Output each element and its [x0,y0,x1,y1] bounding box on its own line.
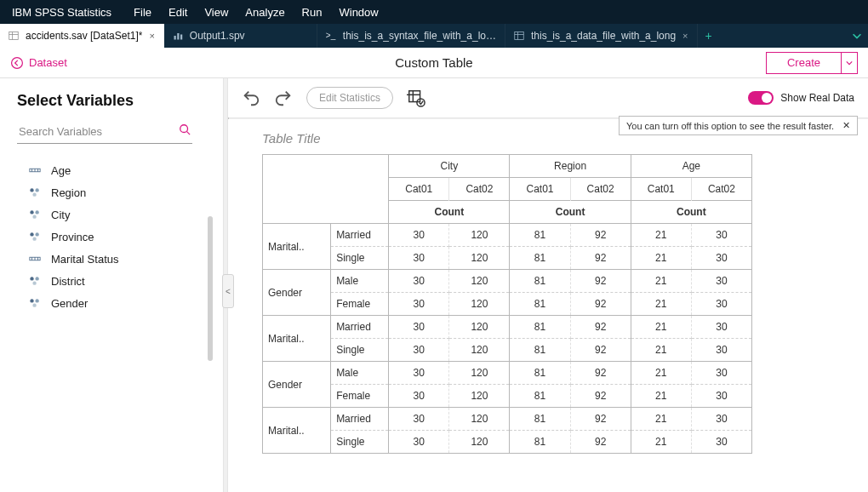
row-sub-label: Male [331,362,389,385]
data-cell: 120 [449,270,510,293]
menu-file[interactable]: File [134,6,151,19]
data-cell: 120 [449,316,510,339]
col-group-header: City [389,155,510,178]
svg-point-23 [35,232,38,236]
data-cell: 30 [389,224,449,247]
data-cell: 81 [510,385,570,408]
row-sub-label: Married [331,408,389,431]
data-cell: 21 [631,431,691,454]
row-sub-label: Female [331,293,389,316]
search-input[interactable] [17,122,192,144]
variable-item[interactable]: Region [29,181,211,203]
search-icon[interactable] [179,123,191,139]
menu-edit[interactable]: Edit [168,6,187,19]
real-data-tip: You can turn off this option to see the … [619,116,858,135]
data-cell: 120 [449,408,510,431]
undo-button[interactable] [242,89,260,107]
close-icon[interactable]: × [149,31,154,41]
nominal-icon [29,231,41,243]
variable-item[interactable]: District [29,270,211,292]
menu-run[interactable]: Run [302,6,323,19]
nominal-icon [29,186,41,198]
variable-item[interactable]: Marital Status [29,248,211,270]
data-cell: 30 [389,408,449,431]
scale-icon [29,164,41,176]
data-cell: 81 [510,431,570,454]
svg-line-11 [187,132,191,135]
variable-item[interactable]: City [29,203,211,226]
variable-item[interactable]: Province [29,226,211,248]
show-real-data-toggle[interactable] [748,91,774,105]
data-cell: 120 [449,362,510,385]
data-cell: 21 [631,247,691,270]
data-cell: 30 [389,316,449,339]
menu-view[interactable]: View [204,6,228,19]
svg-point-34 [32,303,36,306]
variable-label: Marital Status [51,253,118,266]
data-cell: 120 [449,247,510,270]
data-cell: 92 [570,339,631,362]
close-icon[interactable]: ✕ [842,120,850,131]
tab-label: Output1.spv [190,30,308,42]
count-header: Count [389,201,510,224]
tab-label: this_is_a_syntax_file_with_a_lo… [343,30,496,42]
tab-add-button[interactable]: + [698,24,720,48]
data-cell: 21 [631,270,691,293]
svg-rect-3 [174,36,175,40]
content-area: Edit Statistics Show Real Data You can t… [228,78,868,492]
data-cell: 30 [691,339,751,362]
data-cell: 81 [510,247,570,270]
data-cell: 81 [510,408,570,431]
svg-point-9 [12,57,23,68]
data-cell: 30 [691,293,751,316]
edit-statistics-button[interactable]: Edit Statistics [306,87,393,109]
data-cell: 30 [389,293,449,316]
row-group-label: Marital.. [263,408,331,454]
data-cell: 81 [510,224,570,247]
create-button[interactable]: Create [767,53,842,73]
col-category-header: Cat02 [570,178,631,201]
create-split-button: Create [766,52,858,74]
menu-analyze[interactable]: Analyze [245,6,284,19]
menu-window[interactable]: Window [339,6,378,19]
redo-button[interactable] [274,89,293,107]
table-options-icon[interactable] [407,89,425,107]
scrollbar-thumb[interactable] [208,216,213,361]
tab-dataset[interactable]: accidents.sav [DataSet1]* × [0,24,164,48]
variable-label: City [51,209,70,221]
variable-item[interactable]: Age [29,159,211,181]
row-sub-label: Single [331,247,389,270]
app-name: IBM SPSS Statistics [12,6,111,19]
tab-syntax[interactable]: >_ this_is_a_syntax_file_with_a_lo… [317,24,505,48]
col-group-header: Age [631,155,751,178]
col-category-header: Cat02 [449,178,510,201]
tab-label: accidents.sav [DataSet1]* [26,30,142,42]
data-cell: 120 [449,339,510,362]
main-area: Select Variables AgeRegionCityProvinceMa… [0,78,868,492]
variable-item[interactable]: Gender [29,292,211,314]
data-cell: 30 [691,431,751,454]
search-wrap [17,122,192,144]
data-cell: 30 [691,362,751,385]
table-icon [514,31,524,41]
data-cell: 92 [570,270,631,293]
tab-output[interactable]: Output1.spv [164,24,317,48]
create-dropdown[interactable] [842,53,857,73]
sidebar-title: Select Variables [17,92,211,110]
data-cell: 30 [389,362,449,385]
row-group-label: Gender [263,362,331,408]
back-label: Dataset [29,56,67,69]
svg-point-38 [417,99,425,106]
tip-text: You can turn off this option to see the … [626,121,834,131]
variable-label: District [51,275,85,288]
data-cell: 92 [570,362,631,385]
tab-list-dropdown[interactable] [851,24,863,48]
back-button[interactable]: Dataset [10,56,67,70]
row-sub-label: Single [331,431,389,454]
table-icon [9,31,19,41]
svg-point-33 [35,299,38,302]
custom-table: CityRegionAgeCat01Cat02Cat01Cat02Cat01Ca… [262,154,752,454]
data-cell: 120 [449,293,510,316]
close-icon[interactable]: × [682,31,688,41]
tab-datafile[interactable]: this_is_a_data_file_with_a_long × [505,24,698,48]
